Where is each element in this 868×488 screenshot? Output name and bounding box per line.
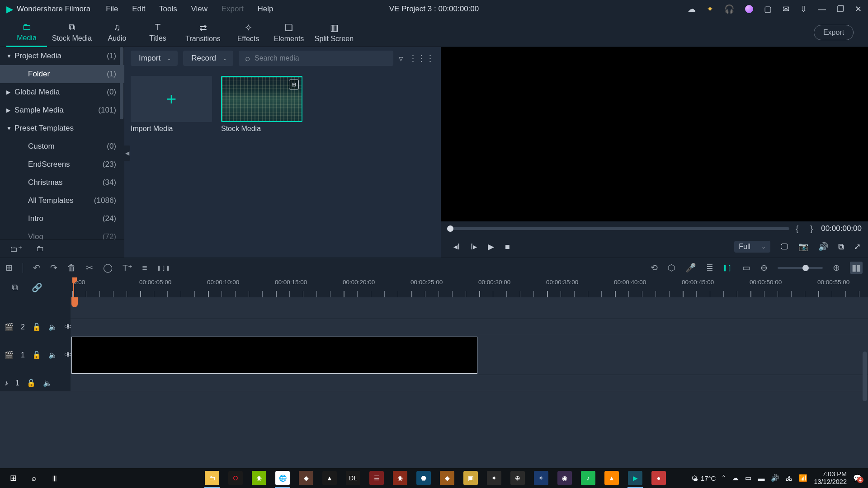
collapse-sidebar-handle[interactable]: ◀: [124, 145, 130, 161]
mail-icon[interactable]: ✉: [783, 4, 789, 14]
taskbar-app[interactable]: ●: [647, 468, 670, 488]
sidebar-item-christmas[interactable]: Christmas (34): [0, 174, 124, 192]
volume-icon[interactable]: 🔊: [818, 242, 828, 252]
menu-help[interactable]: Help: [258, 5, 274, 13]
close-button[interactable]: ✕: [855, 4, 862, 14]
sidebar-item-endscreens[interactable]: EndScreens (23): [0, 155, 124, 174]
stock-thumbnail[interactable]: ⊞: [221, 76, 302, 122]
media-item-import[interactable]: + Import Media: [131, 76, 212, 133]
voiceover-icon[interactable]: 🎤: [685, 263, 696, 273]
sidebar-item-global-media[interactable]: ▶ Global Media (0): [0, 83, 124, 101]
text-button[interactable]: T⁺: [123, 263, 132, 273]
fullscreen-icon[interactable]: ⤢: [854, 242, 861, 252]
sidebar-item-project-media[interactable]: ▼ Project Media (1): [0, 47, 124, 65]
taskbar-app-filmora[interactable]: ▶: [624, 468, 646, 488]
start-button[interactable]: ⊞: [3, 473, 24, 483]
tab-stock-media[interactable]: ⧉ Stock Media: [47, 18, 97, 47]
menu-tools[interactable]: Tools: [159, 5, 177, 13]
cut-button[interactable]: ✂: [86, 263, 93, 273]
mark-in-icon[interactable]: {: [796, 224, 804, 234]
wifi-icon[interactable]: 📶: [799, 474, 807, 482]
stop-button[interactable]: ■: [505, 242, 510, 252]
menu-export[interactable]: Export: [222, 5, 244, 13]
preview-canvas[interactable]: [441, 47, 868, 221]
ratio-icon[interactable]: ▭: [742, 263, 750, 273]
delete-button[interactable]: 🗑: [67, 263, 76, 273]
lock-icon[interactable]: 🔓: [32, 323, 41, 331]
mute-icon[interactable]: 🔈: [48, 351, 57, 359]
taskbar-app[interactable]: ☰: [365, 468, 388, 488]
cloud-icon[interactable]: ☁: [688, 4, 696, 14]
network-icon[interactable]: 🖧: [786, 474, 793, 482]
taskbar-app-vlc[interactable]: ▲: [600, 468, 623, 488]
mute-icon[interactable]: 🔈: [48, 323, 57, 331]
lock-icon[interactable]: 🔓: [32, 351, 41, 359]
taskbar-app-opera[interactable]: O: [224, 468, 247, 488]
sidebar-item-vlog[interactable]: Vlog (72): [0, 228, 124, 239]
task-view-button[interactable]: ⫼: [44, 474, 65, 483]
display-icon[interactable]: 🖵: [780, 242, 788, 252]
new-folder-icon[interactable]: 🗀⁺: [10, 244, 23, 254]
taskbar-app[interactable]: ◆: [436, 468, 458, 488]
track-body[interactable]: [71, 319, 868, 335]
layout-icon[interactable]: ⊞: [5, 263, 13, 273]
taskbar-app[interactable]: ◉: [553, 468, 576, 488]
sidebar-item-intro[interactable]: Intro (24): [0, 210, 124, 228]
taskbar-app[interactable]: ▲: [318, 468, 341, 488]
onedrive-icon[interactable]: ☁: [732, 474, 739, 482]
import-thumbnail[interactable]: +: [131, 76, 212, 122]
taskbar-app-chrome[interactable]: 🌐: [271, 468, 294, 488]
mark-out-icon[interactable]: }: [810, 224, 813, 234]
adjust-button[interactable]: ≡: [142, 263, 147, 273]
mic-icon[interactable]: ⇩: [800, 4, 807, 14]
account-avatar[interactable]: [745, 5, 753, 13]
scrub-track[interactable]: [447, 227, 789, 230]
clock[interactable]: 7:03 PM 13/12/2022: [814, 470, 847, 485]
sidebar-scrollbar[interactable]: [120, 47, 123, 239]
play-back-button[interactable]: Ⅰ▸: [471, 242, 477, 252]
timeline-marker[interactable]: [71, 297, 78, 307]
crop-button[interactable]: ◯: [103, 263, 113, 273]
search-input[interactable]: [255, 54, 387, 62]
scrollbar-thumb[interactable]: [120, 47, 123, 119]
zoom-slider[interactable]: [778, 267, 823, 269]
maximize-button[interactable]: ❐: [837, 4, 844, 14]
taskbar-app[interactable]: ⬣: [412, 468, 435, 488]
lock-icon[interactable]: 🔓: [27, 379, 36, 387]
mixer-icon[interactable]: ≣: [706, 263, 713, 273]
playhead[interactable]: [73, 277, 74, 297]
zoom-fit-button[interactable]: ▮▮: [850, 262, 863, 274]
taskbar-app[interactable]: ▣: [459, 468, 482, 488]
taskbar-app[interactable]: ◉: [389, 468, 411, 488]
play-button[interactable]: ▶: [488, 242, 494, 252]
scrollbar-thumb[interactable]: [863, 352, 867, 401]
sidebar-item-all-templates[interactable]: All Templates (1086): [0, 192, 124, 210]
popout-icon[interactable]: ⧉: [838, 242, 844, 252]
weather-widget[interactable]: 🌤 17°C: [691, 474, 716, 482]
taskbar-app[interactable]: DL: [342, 468, 364, 488]
save-icon[interactable]: ▢: [764, 4, 772, 14]
record-dropdown[interactable]: Record ⌄: [183, 51, 233, 66]
tracks-scrollbar[interactable]: [863, 297, 867, 488]
marker-icon[interactable]: ⫿⫿: [723, 263, 732, 273]
quality-select[interactable]: Full ⌄: [734, 241, 770, 253]
track-body[interactable]: [71, 375, 868, 391]
open-folder-icon[interactable]: 🗀: [36, 244, 44, 253]
taskbar-app[interactable]: ◆: [295, 468, 317, 488]
zoom-in-button[interactable]: ⊕: [833, 263, 840, 273]
tab-transitions[interactable]: ⇄ Transitions: [178, 18, 228, 47]
sidebar-item-preset-templates[interactable]: ▼ Preset Templates: [0, 119, 124, 137]
tray-icon[interactable]: ▭: [745, 474, 751, 482]
taskbar-app-nvidia[interactable]: ◉: [248, 468, 270, 488]
mute-icon[interactable]: 🔈: [43, 379, 52, 387]
import-dropdown[interactable]: Import ⌄: [131, 51, 178, 66]
tab-effects[interactable]: ✧ Effects: [228, 18, 269, 47]
track-options-icon[interactable]: ⧉: [12, 282, 18, 292]
battery-icon[interactable]: ▬: [758, 474, 764, 482]
tab-media[interactable]: 🗀 Media: [6, 18, 47, 47]
tab-split-screen[interactable]: ▥ Split Screen: [309, 18, 359, 47]
timeline-clip[interactable]: [71, 337, 477, 374]
audio-button[interactable]: ⫾⫾⫾: [157, 263, 171, 273]
sidebar-item-folder[interactable]: Folder (1): [0, 65, 124, 83]
minimize-button[interactable]: —: [818, 5, 826, 14]
